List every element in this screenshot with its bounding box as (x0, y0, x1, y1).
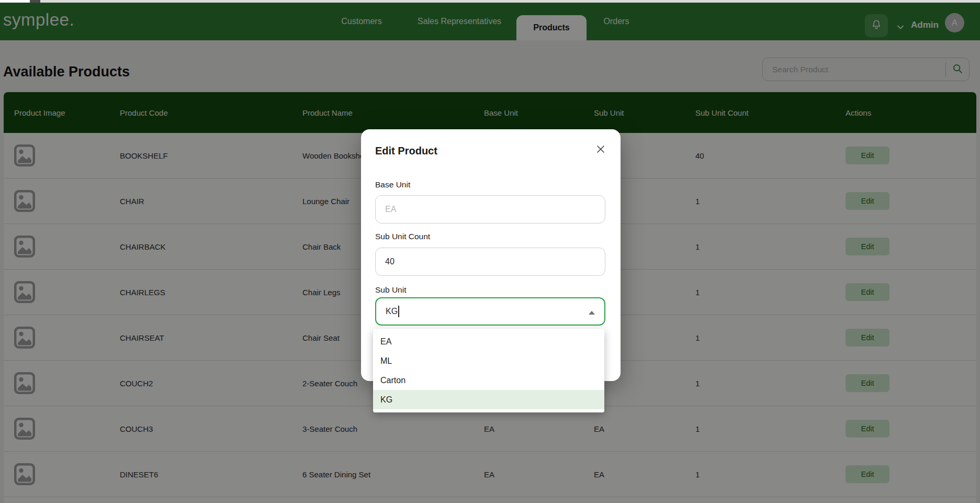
screen: symplee. Customers Sales Representatives… (0, 0, 980, 503)
sub-unit-count-label: Sub Unit Count (375, 232, 430, 241)
modal-title: Edit Product (375, 145, 437, 157)
base-unit-label: Base Unit (375, 180, 410, 189)
base-unit-input[interactable] (375, 195, 605, 223)
dropdown-option-kg[interactable]: KG (373, 390, 604, 409)
sub-unit-label: Sub Unit (375, 285, 406, 295)
dropdown-open-arrow-icon[interactable] (589, 311, 595, 315)
chrome-tab-edge (30, 0, 40, 3)
close-icon (596, 144, 605, 156)
sub-unit-value: KG (386, 307, 398, 316)
sub-unit-count-input[interactable] (375, 248, 605, 276)
dropdown-option-ea[interactable]: EA (373, 332, 604, 351)
text-cursor (398, 306, 399, 317)
sub-unit-dropdown-menu: EA ML Carton KG (373, 329, 604, 412)
sub-unit-combobox[interactable]: KG (375, 297, 605, 326)
modal-close-button[interactable] (593, 143, 608, 158)
dropdown-option-carton[interactable]: Carton (373, 371, 604, 390)
chrome-segment (0, 0, 30, 3)
dropdown-option-ml[interactable]: ML (373, 351, 604, 371)
browser-chrome-strip (0, 0, 980, 3)
